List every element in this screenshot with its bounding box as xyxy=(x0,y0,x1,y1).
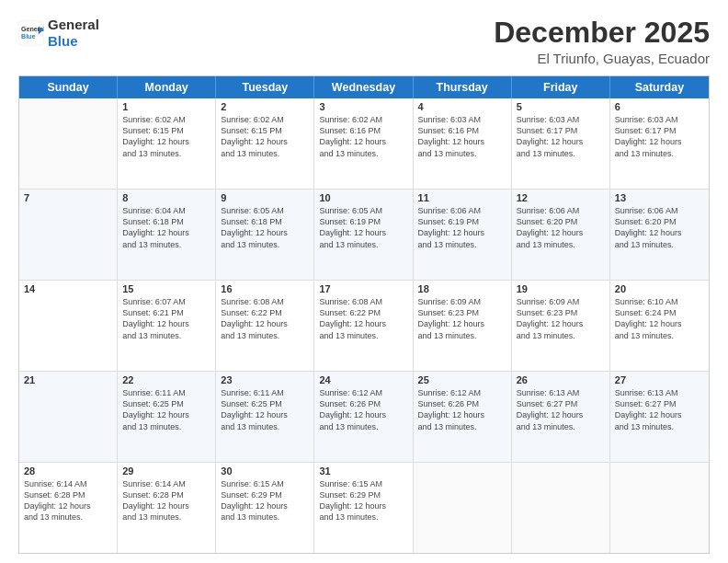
cal-cell xyxy=(610,463,709,553)
cal-cell: 26Sunrise: 6:13 AM Sunset: 6:27 PM Dayli… xyxy=(512,372,610,462)
general-blue-logo-icon: General Blue xyxy=(18,20,44,46)
cal-cell: 12Sunrise: 6:06 AM Sunset: 6:20 PM Dayli… xyxy=(512,190,610,280)
cal-header-monday: Monday xyxy=(118,76,216,98)
logo-general: General xyxy=(48,17,99,33)
cal-header-friday: Friday xyxy=(512,76,610,98)
day-info: Sunrise: 6:08 AM Sunset: 6:22 PM Dayligh… xyxy=(221,296,309,341)
day-number: 15 xyxy=(122,283,210,294)
day-number: 17 xyxy=(319,283,407,294)
cal-cell: 6Sunrise: 6:03 AM Sunset: 6:17 PM Daylig… xyxy=(610,98,709,189)
day-info: Sunrise: 6:12 AM Sunset: 6:26 PM Dayligh… xyxy=(319,387,407,432)
cal-cell: 7 xyxy=(19,190,118,280)
cal-cell: 5Sunrise: 6:03 AM Sunset: 6:17 PM Daylig… xyxy=(512,98,610,189)
cal-cell xyxy=(512,463,610,553)
day-number: 30 xyxy=(221,465,309,477)
calendar-body: 1Sunrise: 6:02 AM Sunset: 6:15 PM Daylig… xyxy=(19,98,709,553)
day-info: Sunrise: 6:14 AM Sunset: 6:28 PM Dayligh… xyxy=(122,478,210,523)
cal-cell: 14 xyxy=(19,281,118,371)
day-info: Sunrise: 6:11 AM Sunset: 6:25 PM Dayligh… xyxy=(122,387,210,432)
cal-cell: 20Sunrise: 6:10 AM Sunset: 6:24 PM Dayli… xyxy=(610,281,709,371)
day-info: Sunrise: 6:03 AM Sunset: 6:16 PM Dayligh… xyxy=(418,114,506,159)
cal-cell: 13Sunrise: 6:06 AM Sunset: 6:20 PM Dayli… xyxy=(610,190,709,280)
page-subtitle: El Triunfo, Guayas, Ecuador xyxy=(494,51,710,66)
day-info: Sunrise: 6:11 AM Sunset: 6:25 PM Dayligh… xyxy=(221,387,309,432)
cal-week-3: 1415Sunrise: 6:07 AM Sunset: 6:21 PM Day… xyxy=(19,281,709,372)
day-number: 6 xyxy=(615,101,704,112)
cal-cell: 25Sunrise: 6:12 AM Sunset: 6:26 PM Dayli… xyxy=(414,372,512,462)
day-info: Sunrise: 6:12 AM Sunset: 6:26 PM Dayligh… xyxy=(418,387,506,432)
day-number: 9 xyxy=(221,192,309,203)
cal-cell: 8Sunrise: 6:04 AM Sunset: 6:18 PM Daylig… xyxy=(118,190,216,280)
cal-cell xyxy=(19,98,118,189)
day-number: 13 xyxy=(615,192,704,203)
cal-cell: 30Sunrise: 6:15 AM Sunset: 6:29 PM Dayli… xyxy=(216,463,314,553)
day-number: 25 xyxy=(418,374,506,385)
cal-cell: 29Sunrise: 6:14 AM Sunset: 6:28 PM Dayli… xyxy=(118,463,216,553)
cal-cell: 27Sunrise: 6:13 AM Sunset: 6:27 PM Dayli… xyxy=(610,372,709,462)
calendar: SundayMondayTuesdayWednesdayThursdayFrid… xyxy=(18,75,710,554)
day-number: 28 xyxy=(24,465,112,477)
cal-cell: 2Sunrise: 6:02 AM Sunset: 6:15 PM Daylig… xyxy=(216,98,314,189)
day-number: 23 xyxy=(221,374,309,385)
title-block: December 2025 El Triunfo, Guayas, Ecuado… xyxy=(494,17,710,66)
day-info: Sunrise: 6:02 AM Sunset: 6:16 PM Dayligh… xyxy=(319,114,407,159)
day-info: Sunrise: 6:07 AM Sunset: 6:21 PM Dayligh… xyxy=(122,296,210,341)
cal-cell: 16Sunrise: 6:08 AM Sunset: 6:22 PM Dayli… xyxy=(216,281,314,371)
cal-cell: 3Sunrise: 6:02 AM Sunset: 6:16 PM Daylig… xyxy=(314,98,413,189)
cal-cell: 31Sunrise: 6:15 AM Sunset: 6:29 PM Dayli… xyxy=(314,463,413,553)
day-info: Sunrise: 6:03 AM Sunset: 6:17 PM Dayligh… xyxy=(615,114,704,159)
day-number: 4 xyxy=(418,101,506,112)
cal-header-wednesday: Wednesday xyxy=(314,76,413,98)
logo: General Blue General Blue xyxy=(18,17,99,50)
cal-cell: 11Sunrise: 6:06 AM Sunset: 6:19 PM Dayli… xyxy=(414,190,512,280)
svg-text:Blue: Blue xyxy=(21,33,35,40)
cal-cell: 28Sunrise: 6:14 AM Sunset: 6:28 PM Dayli… xyxy=(19,463,118,553)
day-number: 20 xyxy=(615,283,704,294)
cal-cell: 18Sunrise: 6:09 AM Sunset: 6:23 PM Dayli… xyxy=(414,281,512,371)
day-number: 3 xyxy=(319,101,407,112)
cal-cell: 22Sunrise: 6:11 AM Sunset: 6:25 PM Dayli… xyxy=(118,372,216,462)
day-info: Sunrise: 6:13 AM Sunset: 6:27 PM Dayligh… xyxy=(615,387,704,432)
day-number: 8 xyxy=(122,192,210,203)
cal-week-4: 2122Sunrise: 6:11 AM Sunset: 6:25 PM Day… xyxy=(19,372,709,463)
page-title: December 2025 xyxy=(494,17,710,49)
cal-cell: 21 xyxy=(19,372,118,462)
header: General Blue General Blue December 2025 … xyxy=(18,17,710,66)
day-info: Sunrise: 6:13 AM Sunset: 6:27 PM Dayligh… xyxy=(517,387,605,432)
day-info: Sunrise: 6:02 AM Sunset: 6:15 PM Dayligh… xyxy=(122,114,210,159)
cal-cell xyxy=(414,463,512,553)
cal-cell: 23Sunrise: 6:11 AM Sunset: 6:25 PM Dayli… xyxy=(216,372,314,462)
day-info: Sunrise: 6:10 AM Sunset: 6:24 PM Dayligh… xyxy=(615,296,704,341)
day-info: Sunrise: 6:15 AM Sunset: 6:29 PM Dayligh… xyxy=(221,478,309,523)
day-number: 10 xyxy=(319,192,407,203)
day-number: 29 xyxy=(122,465,210,477)
logo-text: General Blue xyxy=(48,17,99,50)
cal-week-2: 78Sunrise: 6:04 AM Sunset: 6:18 PM Dayli… xyxy=(19,190,709,281)
day-number: 31 xyxy=(319,465,407,477)
day-info: Sunrise: 6:03 AM Sunset: 6:17 PM Dayligh… xyxy=(517,114,605,159)
day-info: Sunrise: 6:14 AM Sunset: 6:28 PM Dayligh… xyxy=(24,478,112,523)
cal-cell: 9Sunrise: 6:05 AM Sunset: 6:18 PM Daylig… xyxy=(216,190,314,280)
cal-header-sunday: Sunday xyxy=(19,76,118,98)
day-number: 7 xyxy=(24,192,112,203)
day-number: 22 xyxy=(122,374,210,385)
cal-cell: 1Sunrise: 6:02 AM Sunset: 6:15 PM Daylig… xyxy=(118,98,216,189)
day-number: 18 xyxy=(418,283,506,294)
day-number: 2 xyxy=(221,101,309,112)
day-number: 24 xyxy=(319,374,407,385)
day-info: Sunrise: 6:09 AM Sunset: 6:23 PM Dayligh… xyxy=(517,296,605,341)
day-info: Sunrise: 6:09 AM Sunset: 6:23 PM Dayligh… xyxy=(418,296,506,341)
cal-cell: 19Sunrise: 6:09 AM Sunset: 6:23 PM Dayli… xyxy=(512,281,610,371)
day-number: 12 xyxy=(517,192,605,203)
cal-week-1: 1Sunrise: 6:02 AM Sunset: 6:15 PM Daylig… xyxy=(19,98,709,190)
cal-header-saturday: Saturday xyxy=(610,76,709,98)
day-number: 1 xyxy=(122,101,210,112)
cal-header-thursday: Thursday xyxy=(414,76,512,98)
day-number: 27 xyxy=(615,374,704,385)
cal-cell: 17Sunrise: 6:08 AM Sunset: 6:22 PM Dayli… xyxy=(314,281,413,371)
cal-cell: 10Sunrise: 6:05 AM Sunset: 6:19 PM Dayli… xyxy=(314,190,413,280)
day-info: Sunrise: 6:04 AM Sunset: 6:18 PM Dayligh… xyxy=(122,205,210,250)
cal-cell: 4Sunrise: 6:03 AM Sunset: 6:16 PM Daylig… xyxy=(414,98,512,189)
day-number: 11 xyxy=(418,192,506,203)
day-number: 26 xyxy=(517,374,605,385)
